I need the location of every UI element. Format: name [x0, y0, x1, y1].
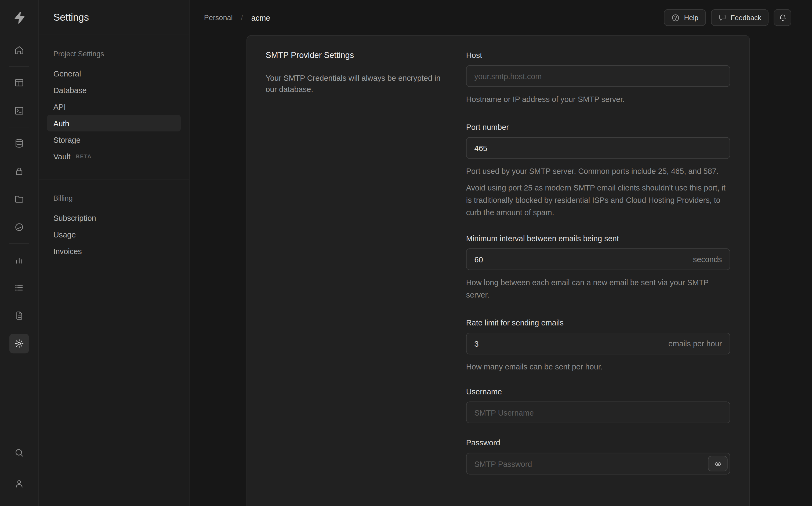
interval-helper: How long between each email can a new em…	[466, 276, 730, 301]
rail-settings-button[interactable]	[9, 334, 29, 353]
host-label: Host	[466, 50, 730, 61]
help-circle-icon	[671, 13, 680, 22]
sidebar-item-label: Vault	[54, 152, 71, 161]
rail-divider	[9, 66, 29, 67]
port-label: Port number	[466, 122, 730, 133]
sidebar-item-database[interactable]: Database	[47, 82, 181, 98]
edge-functions-icon	[14, 222, 24, 232]
sidebar-item-label: Invoices	[54, 247, 82, 255]
reports-icon	[14, 255, 24, 265]
sidebar-item-label: Usage	[54, 230, 76, 239]
rail-nav	[9, 35, 29, 353]
top-bar: Personal / acme Help	[190, 0, 812, 35]
sidebar-header: Settings	[39, 0, 189, 35]
rate-helper: How many emails can be sent per hour.	[466, 360, 730, 373]
section-label-project-settings: Project Settings	[47, 49, 181, 59]
rail-divider	[9, 243, 29, 244]
bell-icon	[778, 13, 787, 22]
field-password: Password	[466, 438, 730, 475]
rail-reports-button[interactable]	[9, 250, 29, 269]
breadcrumb-org[interactable]: Personal	[204, 13, 233, 22]
section-description: Your SMTP Credentials will always be enc…	[266, 72, 448, 95]
storage-icon	[14, 194, 24, 204]
username-label: Username	[466, 387, 730, 397]
rail-table-editor-button[interactable]	[9, 73, 29, 93]
field-port: Port number Port used by your SMTP serve…	[466, 122, 730, 219]
sidebar-item-storage[interactable]: Storage	[47, 132, 181, 148]
username-input[interactable]	[466, 402, 730, 423]
smtp-settings-panel: SMTP Provider Settings Your SMTP Credent…	[246, 35, 750, 506]
sidebar-item-usage[interactable]: Usage	[47, 226, 181, 243]
sidebar-item-label: Storage	[54, 135, 81, 144]
sidebar-item-auth[interactable]: Auth	[47, 115, 181, 132]
logs-icon	[14, 282, 24, 293]
host-input[interactable]	[466, 65, 730, 87]
settings-gear-icon	[14, 338, 24, 349]
rail-docs-button[interactable]	[9, 306, 29, 325]
interval-label: Minimum interval between emails being se…	[466, 233, 730, 244]
supabase-bolt-icon	[12, 11, 26, 24]
port-input[interactable]	[466, 137, 730, 159]
sidebar-item-vault[interactable]: Vault BETA	[47, 148, 181, 165]
rail-auth-button[interactable]	[9, 162, 29, 181]
sidebar-item-label: Auth	[54, 119, 70, 128]
breadcrumb-project[interactable]: acme	[251, 13, 271, 22]
rate-label: Rate limit for sending emails	[466, 318, 730, 328]
port-helper: Port used by your SMTP server. Common po…	[466, 165, 730, 177]
port-note: Avoid using port 25 as modern SMTP email…	[466, 182, 730, 219]
rail-divider	[9, 126, 29, 127]
settings-sidebar: Settings Project Settings General Databa…	[39, 0, 190, 506]
help-button[interactable]: Help	[664, 9, 706, 26]
rail-storage-button[interactable]	[9, 189, 29, 209]
sidebar-item-general[interactable]: General	[47, 65, 181, 82]
sidebar-item-label: General	[54, 69, 81, 78]
sidebar-item-invoices[interactable]: Invoices	[47, 243, 181, 259]
help-button-label: Help	[684, 14, 699, 21]
field-host: Host Hostname or IP address of your SMTP…	[466, 50, 730, 105]
password-input[interactable]	[466, 452, 730, 474]
rail-logs-button[interactable]	[9, 278, 29, 298]
rail-bottom	[9, 443, 29, 506]
app-window: Settings Project Settings General Databa…	[0, 0, 812, 506]
sidebar-divider	[39, 179, 189, 179]
feedback-button[interactable]: Feedback	[711, 9, 768, 26]
field-minimum-interval: Minimum interval between emails being se…	[466, 233, 730, 301]
beta-badge: BETA	[76, 153, 92, 159]
section-label-billing: Billing	[47, 193, 181, 203]
sql-editor-icon	[14, 105, 24, 116]
rate-limit-input[interactable]	[466, 333, 730, 354]
sidebar-item-api[interactable]: API	[47, 98, 181, 115]
rail-sql-editor-button[interactable]	[9, 101, 29, 120]
search-icon	[14, 447, 24, 458]
rail-database-button[interactable]	[9, 134, 29, 153]
sidebar-item-label: Database	[54, 86, 87, 94]
docs-icon	[14, 311, 24, 321]
reveal-password-button[interactable]	[708, 456, 727, 472]
notifications-button[interactable]	[773, 9, 791, 26]
user-icon	[14, 479, 24, 489]
rail-edge-functions-button[interactable]	[9, 217, 29, 237]
speech-bubble-icon	[718, 13, 726, 22]
sidebar-item-subscription[interactable]: Subscription	[47, 209, 181, 226]
database-icon	[14, 138, 24, 149]
rail-search-button[interactable]	[9, 443, 29, 462]
sidebar-item-label: Subscription	[54, 214, 96, 223]
rail-home-button[interactable]	[9, 40, 29, 60]
field-username: Username	[466, 387, 730, 423]
password-label: Password	[466, 438, 730, 448]
page-title: Settings	[54, 11, 89, 23]
topbar-actions: Help Feedback	[664, 9, 791, 26]
auth-lock-icon	[14, 166, 24, 177]
rail-account-button[interactable]	[9, 474, 29, 494]
table-editor-icon	[14, 78, 24, 88]
field-rate-limit: Rate limit for sending emails emails per…	[466, 318, 730, 373]
host-helper: Hostname or IP address of your SMTP serv…	[466, 93, 730, 105]
supabase-logo[interactable]	[0, 0, 39, 35]
interval-input[interactable]	[466, 248, 730, 270]
section-title: SMTP Provider Settings	[266, 50, 466, 61]
feedback-button-label: Feedback	[731, 14, 761, 21]
home-icon	[14, 45, 24, 56]
section-intro: SMTP Provider Settings Your SMTP Credent…	[266, 50, 466, 95]
nav-rail	[0, 0, 39, 506]
eye-icon	[714, 460, 722, 468]
